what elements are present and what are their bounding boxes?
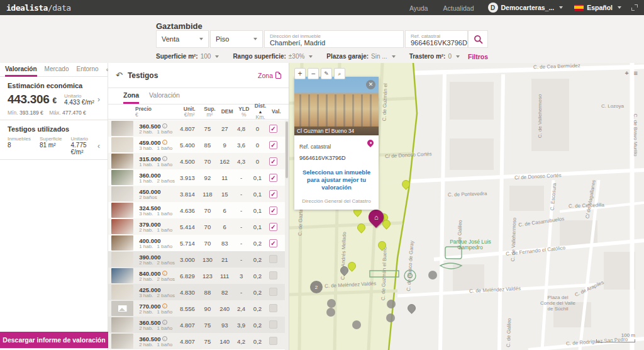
column-header-val[interactable]: Val. <box>269 109 284 115</box>
zona-export-link[interactable]: Zona <box>258 72 281 79</box>
witness-checkbox[interactable]: ✓ <box>269 125 277 133</box>
listing-thumbnail[interactable] <box>111 252 133 267</box>
witness-checkbox[interactable] <box>269 320 277 329</box>
user-menu[interactable]: D Democarteras_... <box>488 3 564 13</box>
filter-item-0[interactable]: Superficie m²:100 <box>156 53 219 60</box>
property-photo[interactable]: Cl Guzman El Bueno 34 ✕ <box>294 77 379 135</box>
language-selector[interactable]: Español <box>574 4 621 11</box>
estimation-section: Estimación económica 443.306 € Unitario … <box>0 77 108 120</box>
listing-thumbnail[interactable] <box>111 235 133 251</box>
top-bar: idealista/data AyudaActualidad D Democar… <box>0 0 644 15</box>
idealista-data-logo[interactable]: idealista/data <box>6 3 71 13</box>
witness-cluster[interactable]: 2 <box>310 281 323 293</box>
zoom-selection-button[interactable]: ⌕ <box>334 68 345 79</box>
zoom-in-button[interactable]: + <box>294 68 306 79</box>
cell-yld: 3 <box>233 273 249 279</box>
listing-thumbnail[interactable] <box>111 154 133 169</box>
chevron-right-icon[interactable]: › <box>97 95 100 104</box>
column-header-precio[interactable]: Precio€ <box>135 106 177 118</box>
select-property-link[interactable]: Selecciona un inmueble para ajustar mejo… <box>299 169 374 191</box>
witness-dot[interactable] <box>386 313 395 322</box>
listing-thumbnail[interactable] <box>111 334 133 349</box>
filter-item-1[interactable]: Rango superficie:±30% <box>233 53 313 60</box>
price-cell: 360.0001 hab. 2 baños <box>133 172 175 184</box>
draw-zone-button[interactable]: ✎ <box>321 68 332 79</box>
listing-rooms: 1 hab. 1 baño <box>139 244 175 249</box>
listing-thumbnail[interactable] <box>111 317 133 332</box>
sidebar-tab-mercado[interactable]: Mercado <box>45 63 69 77</box>
filter-item-3[interactable]: Trastero m²:0 <box>409 53 460 60</box>
witness-checkbox[interactable]: ✓ <box>269 223 277 231</box>
cell-yld: 3,6 <box>233 142 249 149</box>
cadastral-ref-input[interactable]: Ref. catastral9664616VK3796D <box>405 30 468 48</box>
listing-thumbnail[interactable] <box>111 301 133 316</box>
table-row: 360.500↓2 hab. 1 baño4.80775933,90,2 <box>108 317 286 333</box>
panel-tab-valoración[interactable]: Valoración <box>149 91 180 104</box>
panel-tab-zona[interactable]: Zona <box>123 91 139 104</box>
topbar-link-ayuda[interactable]: Ayuda <box>409 4 428 12</box>
witness-checkbox[interactable]: ✓ <box>269 141 277 149</box>
listing-thumbnail[interactable] <box>111 285 133 300</box>
cell-yld: - <box>233 289 249 296</box>
chevron-down-icon <box>456 55 460 58</box>
witness-checkbox[interactable] <box>269 288 277 296</box>
listing-thumbnail[interactable] <box>111 203 133 218</box>
back-arrow-icon[interactable]: ↶ <box>116 71 123 80</box>
filters-link[interactable]: Filtros <box>468 53 488 60</box>
sidebar-tab-valoración[interactable]: Valoración <box>5 63 37 77</box>
witness-checkbox[interactable]: ✓ <box>269 206 277 215</box>
witness-dot[interactable] <box>387 300 396 308</box>
layers-menu-icon[interactable]: ≡ <box>634 69 638 77</box>
witness-dot[interactable] <box>326 308 335 317</box>
price-line: 360.000 <box>139 172 175 179</box>
listing-thumbnail[interactable] <box>111 121 133 136</box>
witness-checkbox[interactable]: ✓ <box>269 174 277 182</box>
close-icon[interactable]: ✕ <box>366 80 375 89</box>
cell-dem: 240 <box>216 305 233 312</box>
witness-checkbox[interactable] <box>269 337 277 345</box>
witness-dot[interactable] <box>327 299 336 308</box>
address-input[interactable]: Dirección del inmuebleChamberí, Madrid <box>264 30 404 48</box>
cell-dem: 93 <box>216 322 233 329</box>
cell-dem: 9 <box>216 142 233 149</box>
search-button[interactable] <box>468 30 488 48</box>
fullscreen-icon[interactable] <box>631 4 638 11</box>
listing-thumbnail[interactable] <box>111 186 133 201</box>
topbar-link-actualidad[interactable]: Actualidad <box>443 4 474 12</box>
property-type-select[interactable]: Piso <box>210 30 263 48</box>
column-header-unit[interactable]: Unit.€/m² <box>177 106 201 118</box>
price-cell: 840.000↓2 hab. 2 baños <box>133 270 175 282</box>
listing-thumbnail[interactable] <box>111 137 133 152</box>
locate-icon[interactable]: ⌖ <box>625 69 628 77</box>
column-header-sup[interactable]: Sup.m² <box>201 106 218 118</box>
filter-item-2[interactable]: Plazas garaje:Sin ... <box>326 53 395 60</box>
column-header-yld[interactable]: YLD% <box>236 106 252 118</box>
column-header-dist[interactable]: Dist. ▲Km. <box>252 103 269 120</box>
listing-thumbnail[interactable] <box>111 170 133 185</box>
chevron-left-icon[interactable]: ‹ <box>97 142 100 150</box>
witness-dot[interactable] <box>428 271 437 279</box>
witness-checkbox[interactable] <box>269 255 277 263</box>
witness-checkbox[interactable]: ✓ <box>269 239 277 247</box>
download-report-button[interactable]: Descargar informe de valoración <box>0 332 108 348</box>
map[interactable]: C. de Cea BermúdezC. LozoyaC. de Bravo M… <box>289 63 644 350</box>
sidebar-tab-entorno[interactable]: Entorno <box>76 63 98 77</box>
zoom-out-button[interactable]: − <box>308 68 319 79</box>
table-row: 360.500↓2 hab. 1 baño4.807751404,20,2 <box>108 333 286 349</box>
panel-scrollbar[interactable] <box>285 120 289 350</box>
witness-checkbox[interactable]: ✓ <box>269 157 277 166</box>
scrollbar-thumb[interactable] <box>286 121 288 178</box>
witness-checkbox[interactable] <box>269 304 277 312</box>
listing-rooms: 2 hab. 2 baños <box>139 261 175 266</box>
listing-thumbnail[interactable] <box>111 268 133 283</box>
witness-checkbox[interactable]: ✓ <box>269 190 277 198</box>
witness-checkbox[interactable] <box>269 271 277 279</box>
listing-price: 400.000 <box>139 237 160 244</box>
listing-thumbnail[interactable] <box>111 219 133 234</box>
operation-select[interactable]: Venta <box>156 30 209 48</box>
price-cell: 459.000↓3 hab. 1 baño <box>133 139 175 151</box>
column-header-dem[interactable]: DEM <box>218 109 236 115</box>
listing-rooms: 2 hab. 1 baño <box>139 130 175 135</box>
witness-dot[interactable] <box>352 320 361 329</box>
property-popup: Cl Guzman El Bueno 34 ✕ Ref. catastral96… <box>294 77 379 210</box>
